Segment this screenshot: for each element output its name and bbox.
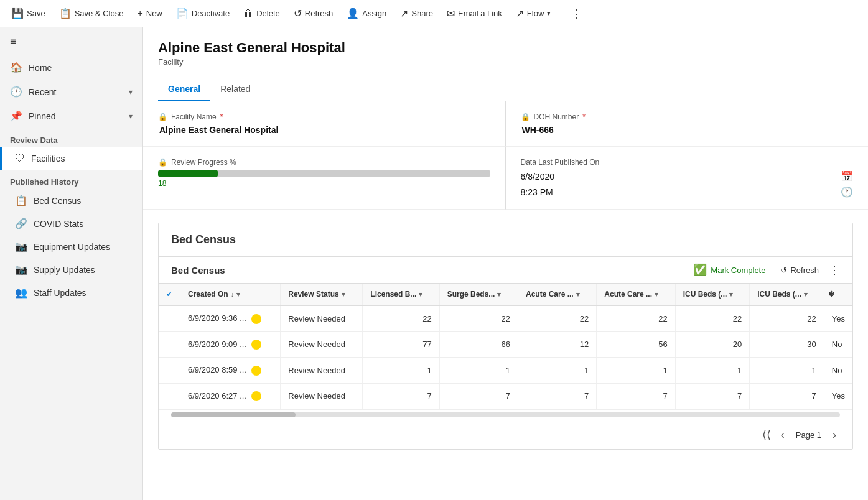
email-icon: ✉ bbox=[447, 7, 455, 19]
row-checkbox-3[interactable] bbox=[159, 383, 180, 409]
flow-chevron-icon: ▾ bbox=[547, 9, 551, 17]
next-page-button[interactable]: › bbox=[829, 426, 840, 444]
col1-chevron-icon: ▾ bbox=[342, 290, 345, 299]
refresh-circle-icon: ↺ bbox=[780, 266, 787, 275]
flow-button[interactable]: ↗ Flow ▾ bbox=[510, 4, 557, 23]
calendar-icon[interactable]: 📅 bbox=[841, 170, 853, 182]
pagination: ⟨⟨ ‹ Page 1 › bbox=[159, 420, 852, 449]
new-icon: + bbox=[137, 8, 142, 19]
deactivate-button[interactable]: 📄 Deactivate bbox=[170, 4, 236, 23]
row-status-3: Review Needed bbox=[281, 383, 363, 409]
sidebar-item-supply-updates[interactable]: 📷 Supply Updates bbox=[0, 258, 142, 281]
facility-name-value: Alpine East General Hospital bbox=[158, 125, 490, 135]
icu-beds1-header[interactable]: ICU Beds (... ▾ bbox=[675, 284, 750, 305]
time-field: 8:23 PM 🕐 bbox=[521, 186, 854, 198]
row-licensed-3: 7 bbox=[363, 383, 439, 409]
review-progress-label: 🔒 Review Progress % bbox=[158, 158, 490, 167]
row-icu1-3: 7 bbox=[675, 383, 750, 409]
delete-icon: 🗑 bbox=[243, 8, 253, 19]
sidebar-item-recent[interactable]: 🕐 Recent ▾ bbox=[0, 80, 142, 104]
col4-chevron-icon: ▾ bbox=[576, 290, 580, 299]
delete-button[interactable]: 🗑 Delete bbox=[237, 4, 286, 23]
assign-button[interactable]: 👤 Assign bbox=[340, 4, 393, 23]
sort-down-icon: ↓ bbox=[231, 290, 235, 298]
row-checkbox-2[interactable] bbox=[159, 358, 180, 384]
refresh-button[interactable]: ↺ Refresh bbox=[287, 4, 340, 23]
recent-chevron-icon: ▾ bbox=[129, 88, 133, 96]
bed-census-refresh-button[interactable]: ↺ Refresh bbox=[780, 266, 819, 275]
scrollbar-thumb[interactable] bbox=[171, 412, 296, 417]
more-toolbar-button[interactable]: ⋮ bbox=[565, 3, 589, 24]
sidebar-item-staff-updates[interactable]: 👥 Staff Updates bbox=[0, 281, 142, 304]
tab-general[interactable]: General bbox=[158, 79, 210, 101]
row-checkbox-0[interactable] bbox=[159, 305, 180, 331]
doh-number-label: 🔒 DOH Number * bbox=[521, 113, 854, 121]
row-created-on-1: 6/9/2020 9:09 ... bbox=[180, 331, 281, 358]
table-row[interactable]: 6/9/2020 9:09 ... Review Needed 77 66 12… bbox=[159, 331, 852, 358]
save-button[interactable]: 💾 Save bbox=[5, 4, 52, 23]
staff-icon: 👥 bbox=[15, 287, 27, 299]
col7-chevron-icon: ▾ bbox=[804, 290, 808, 299]
row-acute2-1: 56 bbox=[597, 331, 675, 358]
hamburger-icon: ≡ bbox=[10, 35, 17, 48]
flow-icon: ↗ bbox=[516, 7, 524, 19]
clock-icon[interactable]: 🕐 bbox=[841, 186, 853, 198]
row-acute1-3: 7 bbox=[518, 383, 596, 409]
pinned-icon: 📌 bbox=[10, 110, 22, 122]
form-grid: 🔒 Facility Name * Alpine East General Ho… bbox=[143, 101, 868, 210]
row-acute2-0: 22 bbox=[597, 305, 675, 331]
bed-census-section: Bed Census Bed Census ✅ Mark Complete ↺ … bbox=[158, 223, 853, 450]
refresh-icon: ↺ bbox=[294, 7, 302, 19]
mark-complete-button[interactable]: ✅ Mark Complete bbox=[693, 263, 765, 277]
sidebar-item-home[interactable]: 🏠 Home bbox=[0, 55, 142, 80]
surge-beds-header[interactable]: Surge Beds... ▾ bbox=[439, 284, 518, 305]
published-date-value: 6/8/2020 bbox=[521, 172, 555, 182]
table-body: 6/9/2020 9:36 ... Review Needed 22 22 22… bbox=[159, 305, 852, 409]
toolbar-separator bbox=[561, 6, 561, 21]
acute-care2-header[interactable]: Acute Care ... ▾ bbox=[597, 284, 675, 305]
pinned-chevron-icon: ▾ bbox=[129, 112, 133, 121]
table-row[interactable]: 6/9/2020 8:59 ... Review Needed 1 1 1 1 … bbox=[159, 358, 852, 384]
created-on-header[interactable]: Created On ↓ ▾ bbox=[180, 284, 281, 305]
scrollbar-track[interactable] bbox=[171, 412, 840, 417]
sidebar-item-equipment-updates[interactable]: 📷 Equipment Updates bbox=[0, 235, 142, 258]
sidebar-item-pinned[interactable]: 📌 Pinned ▾ bbox=[0, 104, 142, 128]
share-icon: ↗ bbox=[400, 7, 408, 19]
save-icon: 💾 bbox=[11, 7, 24, 19]
row-checkbox-1[interactable] bbox=[159, 331, 180, 358]
check-icon: ✓ bbox=[166, 290, 172, 299]
sidebar: ≡ 🏠 Home 🕐 Recent ▾ 📌 Pinned ▾ Review Da… bbox=[0, 27, 143, 500]
sidebar-item-facilities[interactable]: 🛡 Facilities bbox=[0, 147, 142, 170]
new-button[interactable]: + New bbox=[131, 4, 168, 23]
licensed-beds-header[interactable]: Licensed B... ▾ bbox=[363, 284, 439, 305]
table-row[interactable]: 6/9/2020 6:27 ... Review Needed 7 7 7 7 … bbox=[159, 383, 852, 409]
sidebar-menu-toggle[interactable]: ≡ bbox=[0, 27, 142, 55]
tab-related[interactable]: Related bbox=[210, 79, 260, 101]
bed-census-more-button[interactable]: ⋮ bbox=[829, 263, 840, 277]
icu-beds2-header[interactable]: ICU Beds (... ▾ bbox=[750, 284, 824, 305]
row-surge-1: 66 bbox=[439, 331, 518, 358]
covid-stats-icon: 🔗 bbox=[15, 218, 27, 229]
sidebar-item-bed-census[interactable]: 📋 Bed Census bbox=[0, 189, 142, 212]
first-page-button[interactable]: ⟨⟨ bbox=[758, 425, 775, 444]
share-button[interactable]: ↗ Share bbox=[394, 4, 439, 23]
table-row[interactable]: 6/9/2020 9:36 ... Review Needed 22 22 22… bbox=[159, 305, 852, 331]
content-area: Alpine East General Hospital Facility Ge… bbox=[143, 27, 868, 500]
published-history-section-title: Published History bbox=[0, 170, 142, 189]
bed-census-section-title: Bed Census bbox=[159, 223, 852, 257]
row-extra-1: No bbox=[824, 331, 852, 358]
acute-care1-header[interactable]: Acute Care ... ▾ bbox=[518, 284, 596, 305]
review-status-header[interactable]: Review Status ▾ bbox=[281, 284, 363, 305]
sidebar-item-covid-stats[interactable]: 🔗 COVID Stats bbox=[0, 212, 142, 235]
row-extra-3: Yes bbox=[824, 383, 852, 409]
header-row: ✓ Created On ↓ ▾ bbox=[159, 284, 852, 305]
save-close-button[interactable]: 📋 Save & Close bbox=[53, 4, 130, 23]
row-created-on-0: 6/9/2020 9:36 ... bbox=[180, 305, 281, 331]
email-link-button[interactable]: ✉ Email a Link bbox=[441, 4, 508, 23]
page-label: Page 1 bbox=[791, 430, 826, 440]
toolbar: 💾 Save 📋 Save & Close + New 📄 Deactivate… bbox=[0, 0, 868, 27]
row-icu1-0: 22 bbox=[675, 305, 750, 331]
page-subtitle: Facility bbox=[158, 57, 853, 67]
prev-page-button[interactable]: ‹ bbox=[777, 426, 788, 444]
row-extra-2: No bbox=[824, 358, 852, 384]
